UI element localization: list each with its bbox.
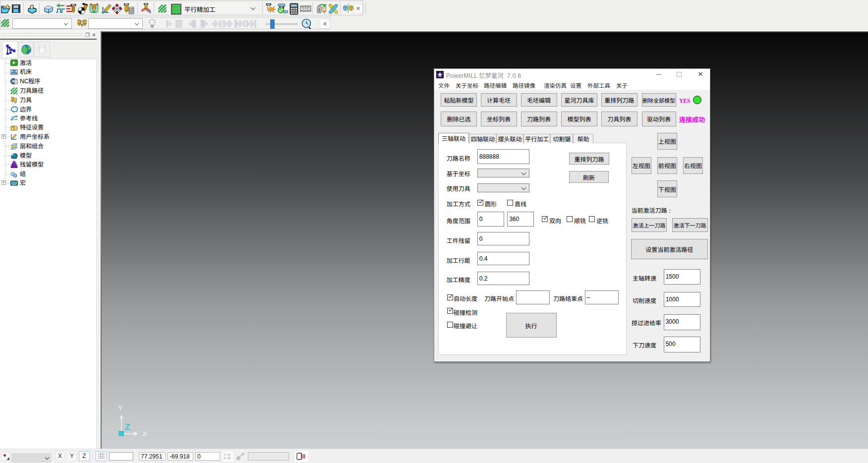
svg-text:Y: Y [118,404,123,412]
svg-text:X: X [142,429,147,438]
svg-text:Z: Z [224,457,226,460]
svg-text:X: X [224,453,226,456]
svg-text:Z: Z [125,422,130,432]
